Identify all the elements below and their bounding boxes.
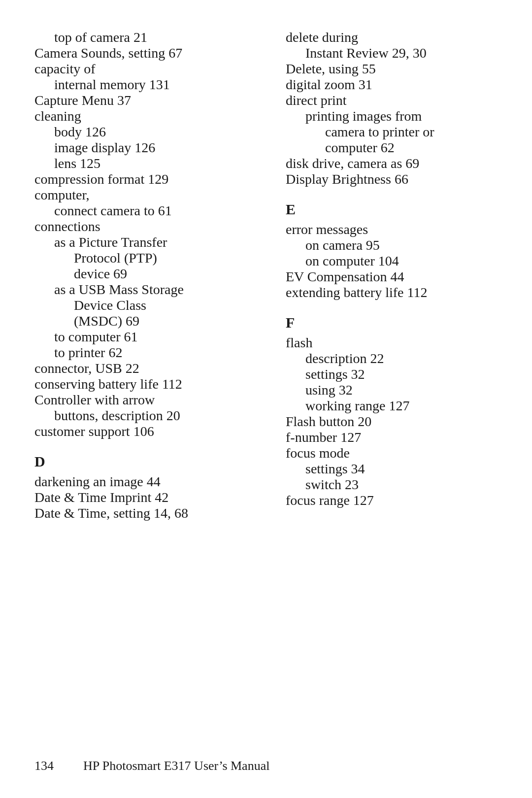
index-entry: disk drive, camera as 69 xyxy=(286,156,498,171)
index-entry: compression format 129 xyxy=(34,171,246,187)
index-entry: working range 127 xyxy=(286,398,498,414)
index-entry: on camera 95 xyxy=(286,237,498,253)
index-entry: as a Picture Transfer xyxy=(34,234,246,250)
index-entry: D xyxy=(34,453,246,470)
index-entry: delete during xyxy=(286,30,498,45)
index-entry: conserving battery life 112 xyxy=(34,376,246,392)
index-entry: device 69 xyxy=(34,266,246,282)
index-entry: Camera Sounds, setting 67 xyxy=(34,45,246,61)
index-entry: flash xyxy=(286,335,498,351)
index-entry: image display 126 xyxy=(34,140,246,156)
index-entry: to printer 62 xyxy=(34,345,246,361)
index-entry: Instant Review 29, 30 xyxy=(286,45,498,61)
index-entry: body 126 xyxy=(34,124,246,140)
index-entry: extending battery life 112 xyxy=(286,285,498,300)
index-entry: using 32 xyxy=(286,382,498,398)
index-entry: focus range 127 xyxy=(286,493,498,508)
index-entry: Device Class xyxy=(34,298,246,313)
index-entry: computer, xyxy=(34,187,246,203)
index-entry: Protocol (PTP) xyxy=(34,250,246,266)
index-entry: capacity of xyxy=(34,61,246,77)
index-entry: connections xyxy=(34,219,246,234)
index-entry: focus mode xyxy=(286,445,498,461)
index-entry: Capture Menu 37 xyxy=(34,93,246,108)
index-entry: darkening an image 44 xyxy=(34,474,246,490)
index-entry: f-number 127 xyxy=(286,430,498,445)
index-entry: camera to printer or xyxy=(286,124,498,140)
index-entry: switch 23 xyxy=(286,477,498,493)
index-entry: digital zoom 31 xyxy=(286,77,498,93)
index-entry: on computer 104 xyxy=(286,253,498,269)
index-entry: cleaning xyxy=(34,108,246,124)
index-entry: lens 125 xyxy=(34,156,246,171)
index-entry: E xyxy=(286,201,498,218)
index-entry: settings 34 xyxy=(286,461,498,477)
index-entry: (MSDC) 69 xyxy=(34,313,246,329)
index-entry: Display Brightness 66 xyxy=(286,171,498,187)
index-entry: computer 62 xyxy=(286,140,498,156)
index-entry: Delete, using 55 xyxy=(286,61,498,77)
index-entry: error messages xyxy=(286,222,498,237)
index-entry: Date & Time Imprint 42 xyxy=(34,490,246,505)
page-content: top of camera 21Camera Sounds, setting 6… xyxy=(0,0,532,570)
index-entry: description 22 xyxy=(286,351,498,366)
index-entry: as a USB Mass Storage xyxy=(34,282,246,298)
index-entry: printing images from xyxy=(286,108,498,124)
index-entry: Controller with arrow xyxy=(34,392,246,408)
index-entry: buttons, description 20 xyxy=(34,408,246,424)
index-entry: top of camera 21 xyxy=(34,30,246,45)
index-entry: connector, USB 22 xyxy=(34,361,246,376)
footer-title: HP Photosmart E317 User’s Manual xyxy=(83,759,269,773)
footer-page-number: 134 xyxy=(34,759,54,773)
index-entry: connect camera to 61 xyxy=(34,203,246,219)
footer: 134 HP Photosmart E317 User’s Manual xyxy=(34,759,498,773)
index-entry: customer support 106 xyxy=(34,424,246,439)
index-entry: F xyxy=(286,314,498,331)
index-entry: to computer 61 xyxy=(34,329,246,345)
index-entry: settings 32 xyxy=(286,366,498,382)
index-entry: Date & Time, setting 14, 68 xyxy=(34,505,246,521)
right-column: delete duringInstant Review 29, 30Delete… xyxy=(276,30,498,521)
index-entry: direct print xyxy=(286,93,498,108)
index-entry: internal memory 131 xyxy=(34,77,246,93)
index-entry: EV Compensation 44 xyxy=(286,269,498,285)
left-column: top of camera 21Camera Sounds, setting 6… xyxy=(34,30,256,521)
index-entry: Flash button 20 xyxy=(286,414,498,430)
